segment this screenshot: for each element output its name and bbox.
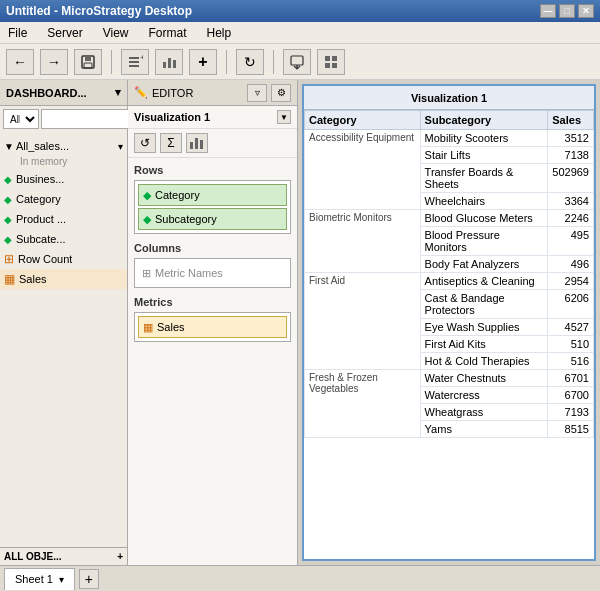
add-sheet-button[interactable]: + (79, 569, 99, 589)
menu-help[interactable]: Help (203, 24, 236, 42)
separator-1 (111, 50, 112, 74)
category-cell: Accessibility Equipment (305, 130, 421, 210)
all-objects-bar[interactable]: ALL OBJE... + (0, 547, 127, 565)
sales-metric-icon: ▦ (143, 321, 153, 334)
action-icons-row: ↺ Σ (128, 129, 297, 158)
grid-icon (323, 54, 339, 70)
menu-server[interactable]: Server (43, 24, 86, 42)
filter-icon-btn[interactable]: ▿ (247, 84, 267, 102)
menu-file[interactable]: File (4, 24, 31, 42)
col-header-sales: Sales (548, 111, 594, 130)
add-object-button[interactable]: + (117, 551, 123, 562)
sales-cell: 4527 (548, 319, 594, 336)
sales-metric-item[interactable]: ▦ Sales (138, 316, 287, 338)
subcategory-cell: Water Chestnuts (420, 370, 548, 387)
viz-panel-header: Visualization 1 (304, 86, 594, 110)
subcategory-drag-item[interactable]: ◆ Subcategory (138, 208, 287, 230)
maximize-button[interactable]: □ (559, 4, 575, 18)
minimize-button[interactable]: — (540, 4, 556, 18)
viz-dropdown-button[interactable]: ▼ (277, 110, 291, 124)
sheet-1-label: Sheet 1 (15, 573, 53, 585)
sales-cell: 7138 (548, 147, 594, 164)
sidebar-item-category[interactable]: ◆ Category (0, 189, 127, 209)
tree-options-icon[interactable]: ▾ (118, 141, 123, 152)
col-header-category: Category (305, 111, 421, 130)
editor-panel: ✏️ EDITOR ▿ ⚙ Visualization 1 ▼ ↺ Σ R (128, 80, 298, 565)
sales-cell: 7193 (548, 404, 594, 421)
title-bar: Untitled - MicroStrategy Desktop — □ ✕ (0, 0, 600, 22)
svg-rect-7 (163, 62, 166, 68)
svg-rect-10 (291, 56, 303, 65)
sidebar-item-row-count[interactable]: ⊞ Row Count (0, 249, 127, 269)
sigma-button[interactable]: Σ (160, 133, 182, 153)
diamond-icon-category: ◆ (4, 194, 12, 205)
plus-button[interactable]: + (189, 49, 217, 75)
panel-collapse-icon[interactable]: ▾ (115, 86, 121, 99)
svg-rect-15 (332, 63, 337, 68)
tree-section: ▼ All_sales... ▾ In memory ◆ Busines... … (0, 132, 127, 547)
sidebar-item-subcategory[interactable]: ◆ Subcate... (0, 229, 127, 249)
diamond-icon-product: ◆ (4, 214, 12, 225)
sales-cell: 516 (548, 353, 594, 370)
rows-drop-zone[interactable]: ◆ Category ◆ Subcategory (134, 180, 291, 234)
columns-drop-zone[interactable]: ⊞ Metric Names (134, 258, 291, 288)
sales-cell: 2246 (548, 210, 594, 227)
metric-names-item: ⊞ Metric Names (138, 262, 287, 284)
panel-header: DASHBOARD... ▾ (0, 80, 127, 106)
menu-format[interactable]: Format (144, 24, 190, 42)
refresh-button[interactable]: ↻ (236, 49, 264, 75)
table-row: Biometric MonitorsBlood Glucose Meters22… (305, 210, 594, 227)
panel-title: DASHBOARD... (6, 87, 87, 99)
subcategory-cell: Stair Lifts (420, 147, 548, 164)
subcategory-cell: Wheatgrass (420, 404, 548, 421)
sales-metric-label: Sales (157, 321, 185, 333)
bottom-bar: Sheet 1 ▾ + (0, 565, 600, 591)
toolbar: ← → + + ↻ (0, 44, 600, 80)
editor-header: ✏️ EDITOR ▿ ⚙ (128, 80, 297, 106)
menu-view[interactable]: View (99, 24, 133, 42)
sales-cell: 3512 (548, 130, 594, 147)
chart-icon (161, 54, 177, 70)
svg-rect-12 (325, 56, 330, 61)
subcategory-cell: Cast & Bandage Protectors (420, 290, 548, 319)
viz-title-row: Visualization 1 ▼ (128, 106, 297, 129)
tree-label-sales: Sales (19, 273, 47, 285)
sales-cell: 495 (548, 227, 594, 256)
separator-3 (273, 50, 274, 74)
sales-cell: 502969 (548, 164, 594, 193)
tree-parent-all-sales[interactable]: ▼ All_sales... ▾ (0, 136, 127, 156)
save-button[interactable] (74, 49, 102, 75)
sales-cell: 510 (548, 336, 594, 353)
sheet-1-tab[interactable]: Sheet 1 ▾ (4, 568, 75, 590)
metrics-drop-zone[interactable]: ▦ Sales (134, 312, 291, 342)
editor-label: EDITOR (152, 87, 193, 99)
tree-label-business: Busines... (16, 173, 64, 185)
category-drag-item[interactable]: ◆ Category (138, 184, 287, 206)
tree-label-product: Product ... (16, 213, 66, 225)
save-icon (80, 54, 96, 70)
tree-label-subcategory: Subcate... (16, 233, 66, 245)
settings-icon-btn[interactable]: ⚙ (271, 84, 291, 102)
pencil-icon: ✏️ (134, 86, 148, 99)
svg-rect-9 (173, 60, 176, 68)
sidebar-item-sales[interactable]: ▦ Sales (0, 269, 127, 289)
sales-cell: 6700 (548, 387, 594, 404)
chart-button[interactable] (155, 49, 183, 75)
sidebar-item-product[interactable]: ◆ Product ... (0, 209, 127, 229)
undo-button[interactable]: ↺ (134, 133, 156, 153)
close-button[interactable]: ✕ (578, 4, 594, 18)
grid-button[interactable] (317, 49, 345, 75)
export-button[interactable] (283, 49, 311, 75)
subcategory-cell: Yams (420, 421, 548, 438)
search-dropdown[interactable]: All (3, 109, 39, 129)
sidebar-item-business[interactable]: ◆ Busines... (0, 169, 127, 189)
subcategory-drag-label: Subcategory (155, 213, 217, 225)
viz-type-button[interactable] (186, 133, 208, 153)
forward-button[interactable]: → (40, 49, 68, 75)
category-diamond-icon: ◆ (143, 189, 151, 202)
back-button[interactable]: ← (6, 49, 34, 75)
menu-bar: File Server View Format Help (0, 22, 600, 44)
in-memory-label: In memory (0, 156, 127, 169)
add-menu-button[interactable]: + (121, 49, 149, 75)
sheet-dropdown-icon[interactable]: ▾ (59, 574, 64, 585)
